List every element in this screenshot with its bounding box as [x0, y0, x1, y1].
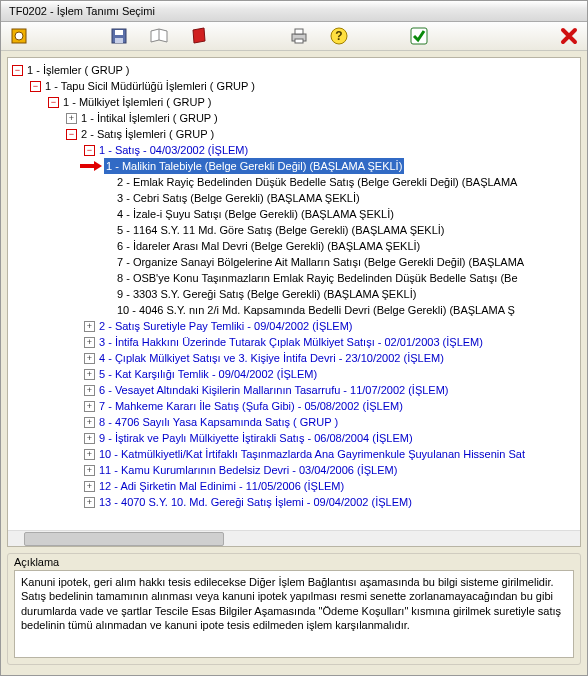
collapse-icon[interactable]: − [30, 81, 41, 92]
save-icon[interactable] [109, 26, 129, 46]
expand-icon[interactable]: + [84, 337, 95, 348]
tree-item[interactable]: 1 - Tapu Sicil Müdürlüğü İşlemleri ( GRU… [45, 78, 255, 94]
tree-item[interactable]: 5 - Kat Karşılığı Temlik - 09/04/2002 (İ… [99, 366, 317, 382]
tree-item[interactable]: 2 - Satış Suretiyle Pay Temliki - 09/04/… [99, 318, 353, 334]
tree-item[interactable]: 8 - OSB'ye Konu Taşınmazların Emlak Rayi… [117, 270, 518, 286]
tree-item[interactable]: 1 - İşlemler ( GRUP ) [27, 62, 129, 78]
tree-item[interactable]: 10 - 4046 S.Y. nın 2/i Md. Kapsamında Be… [117, 302, 515, 318]
tree-item[interactable]: 4 - İzale-i Şuyu Satışı (Belge Gerekli) … [117, 206, 394, 222]
pointer-arrow-icon [80, 160, 102, 172]
tree-item[interactable]: 8 - 4706 Sayılı Yasa Kapsamında Satış ( … [99, 414, 338, 430]
tree-item[interactable]: 9 - İştirak ve Paylı Mülkiyette İştirakl… [99, 430, 413, 446]
expand-icon[interactable]: + [84, 369, 95, 380]
tree-item[interactable]: 7 - Organize Sanayi Bölgelerine Ait Mall… [117, 254, 524, 270]
expand-icon[interactable]: + [84, 417, 95, 428]
svg-rect-12 [80, 164, 94, 168]
description-line: Satış bedelinin tamamının alınması veya … [21, 589, 567, 632]
expand-icon[interactable]: + [84, 465, 95, 476]
expand-icon[interactable]: + [84, 433, 95, 444]
print-icon[interactable] [289, 26, 309, 46]
tree-item[interactable]: 11 - Kamu Kurumlarının Bedelsiz Devri - … [99, 462, 397, 478]
description-panel: Açıklama Kanuni ipotek, geri alım hakkı … [7, 553, 581, 665]
description-text: Kanuni ipotek, geri alım hakkı tesis edi… [14, 570, 574, 658]
tree-item[interactable]: 10 - Katmülkiyetli/Kat İrtifaklı Taşınma… [99, 446, 525, 462]
description-line: Kanuni ipotek, geri alım hakkı tesis edi… [21, 575, 567, 589]
window-title: TF0202 - İşlem Tanımı Seçimi [9, 5, 155, 17]
tree-item[interactable]: 5 - 1164 S.Y. 11 Md. Göre Satış (Belge G… [117, 222, 445, 238]
expand-icon[interactable]: + [84, 449, 95, 460]
help-icon[interactable]: ? [329, 26, 349, 46]
svg-rect-7 [295, 29, 303, 34]
svg-text:?: ? [335, 29, 342, 43]
expand-icon[interactable]: + [84, 321, 95, 332]
tree-item[interactable]: 4 - Çıplak Mülkiyet Satışı ve 3. Kişiye … [99, 350, 444, 366]
svg-rect-8 [295, 39, 303, 43]
expand-icon[interactable]: + [84, 401, 95, 412]
tree-item[interactable]: 3 - İntifa Hakkını Üzerinde Tutarak Çıpl… [99, 334, 483, 350]
tree-item[interactable]: 6 - Vesayet Altındaki Kişilerin Malların… [99, 382, 449, 398]
tree-item[interactable]: 6 - İdareler Arası Mal Devri (Belge Gere… [117, 238, 420, 254]
book-open-icon[interactable] [149, 26, 169, 46]
window-titlebar: TF0202 - İşlem Tanımı Seçimi [1, 1, 587, 22]
tree-item[interactable]: 3 - Cebri Satış (Belge Gerekli) (BAŞLAMA… [117, 190, 360, 206]
tree-item[interactable]: 2 - Emlak Rayiç Bedelinden Düşük Bedelle… [117, 174, 517, 190]
description-title: Açıklama [14, 556, 574, 568]
collapse-icon[interactable]: − [84, 145, 95, 156]
tree-item[interactable]: 1 - Satış - 04/03/2002 (İŞLEM) [99, 142, 248, 158]
expand-icon[interactable]: + [84, 353, 95, 364]
toolbar: ? [1, 22, 587, 51]
svg-point-1 [15, 32, 23, 40]
expand-icon[interactable]: + [84, 481, 95, 492]
svg-rect-4 [115, 38, 123, 43]
svg-rect-3 [115, 30, 123, 35]
tree-item[interactable]: 9 - 3303 S.Y. Gereği Satış (Belge Gerekl… [117, 286, 416, 302]
tree-item[interactable]: 7 - Mahkeme Kararı İle Satış (Şufa Gibi)… [99, 398, 403, 414]
expand-icon[interactable]: + [66, 113, 77, 124]
confirm-icon[interactable] [409, 26, 429, 46]
collapse-icon[interactable]: − [12, 65, 23, 76]
tree-item-selected[interactable]: 1 - Malikin Talebiyle (Belge Gerekli Değ… [104, 158, 404, 174]
tree-item[interactable]: 1 - Mülkiyet İşlemleri ( GRUP ) [63, 94, 211, 110]
close-icon[interactable] [559, 26, 579, 46]
tree-item[interactable]: 1 - İntikal İşlemleri ( GRUP ) [81, 110, 218, 126]
tree-item[interactable]: 2 - Satış İşlemleri ( GRUP ) [81, 126, 214, 142]
tree-item[interactable]: 12 - Adi Şirketin Mal Edinimi - 11/05/20… [99, 478, 344, 494]
tree-item[interactable]: 13 - 4070 S.Y. 10. Md. Gereği Satış İşle… [99, 494, 412, 510]
book-closed-icon[interactable] [189, 26, 209, 46]
expand-icon[interactable]: + [84, 497, 95, 508]
expand-icon[interactable]: + [84, 385, 95, 396]
collapse-icon[interactable]: − [66, 129, 77, 140]
horizontal-scrollbar[interactable] [8, 530, 580, 546]
collapse-icon[interactable]: − [48, 97, 59, 108]
tree-view[interactable]: −1 - İşlemler ( GRUP ) −1 - Tapu Sicil M… [7, 57, 581, 547]
app-icon[interactable] [9, 26, 29, 46]
